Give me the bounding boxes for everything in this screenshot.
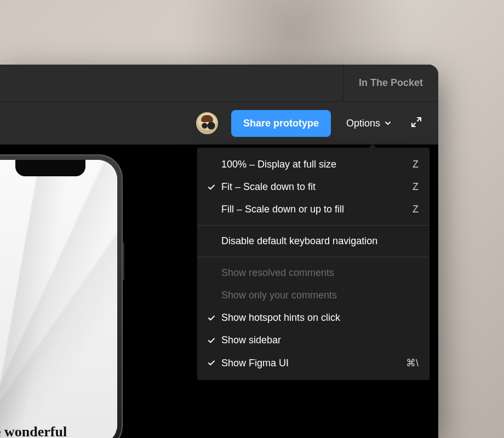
toolbar: Share prototype Options [0, 102, 438, 145]
fullscreen-button[interactable] [406, 113, 426, 133]
menu-item-label: Show sidebar [221, 335, 419, 346]
menu-item-shortcut: Z [413, 181, 419, 193]
menu-item-label: Fit – Scale down to fit [221, 181, 403, 193]
chevron-down-icon [385, 120, 391, 126]
device-frame [0, 154, 123, 438]
prototype-caption-fragment: e wonderful [0, 424, 67, 438]
menu-item[interactable]: Disable default keyboard navigation [197, 230, 429, 252]
share-prototype-button[interactable]: Share prototype [231, 110, 331, 137]
menu-item-shortcut: Z [413, 204, 419, 215]
menu-item-shortcut: ⌘\ [406, 357, 419, 369]
menu-item[interactable]: Show sidebar [197, 329, 429, 351]
check-icon [205, 290, 218, 301]
menu-item-label: Fill – Scale down or up to fill [221, 204, 403, 215]
menu-separator [197, 257, 429, 257]
check-icon [205, 358, 218, 368]
user-avatar[interactable] [196, 112, 218, 134]
device-notch [15, 160, 85, 176]
check-icon [205, 204, 218, 215]
menu-item[interactable]: 100% – Display at full sizeZ [197, 153, 429, 176]
menu-item-label: Disable default keyboard navigation [221, 235, 419, 247]
menu-item-label: Show only your comments [221, 290, 419, 301]
menu-item-label: Show resolved comments [221, 267, 419, 279]
check-icon [205, 268, 218, 279]
check-icon [205, 182, 218, 193]
check-icon [205, 313, 218, 324]
menu-item-label: Show hotspot hints on click [221, 312, 419, 324]
options-label: Options [346, 118, 380, 129]
team-name[interactable]: In The Pocket [343, 65, 438, 101]
menu-item-label: Show Figma UI [221, 358, 396, 369]
expand-icon [410, 116, 422, 130]
menu-item: Show resolved comments [197, 262, 429, 284]
menu-item: Show only your comments [197, 284, 429, 307]
app-window: In The Pocket Share prototype Options [0, 65, 438, 438]
menu-item[interactable]: Show hotspot hints on click [197, 307, 429, 329]
options-dropdown-button[interactable]: Options [344, 114, 393, 132]
menu-item[interactable]: Fill – Scale down or up to fillZ [197, 198, 429, 221]
menu-item-label: 100% – Display at full size [221, 159, 403, 170]
menu-item-shortcut: Z [413, 159, 419, 170]
check-icon [205, 159, 218, 170]
menu-item[interactable]: Fit – Scale down to fitZ [197, 176, 429, 198]
check-icon [205, 335, 218, 346]
device-screen[interactable] [0, 160, 117, 438]
check-icon [205, 236, 218, 247]
menu-separator [197, 225, 429, 226]
menu-item[interactable]: Show Figma UI⌘\ [197, 351, 429, 374]
titlebar: In The Pocket [0, 65, 438, 102]
options-menu: 100% – Display at full sizeZFit – Scale … [197, 148, 429, 380]
